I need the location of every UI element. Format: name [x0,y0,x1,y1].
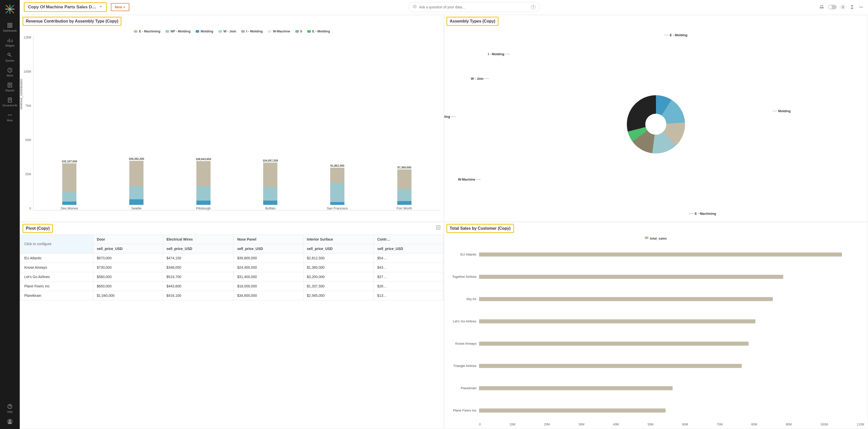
search-input[interactable] [419,5,529,9]
x-axis: 010M20M30M40M50M60M70M80M90M100M110M [479,423,864,426]
svg-point-17 [415,6,416,7]
sidebar-item-reports[interactable]: Reports [0,80,20,94]
export-excel-icon[interactable] [436,225,441,231]
svg-rect-1 [10,23,12,25]
help-icon [7,403,13,409]
sidebar-item-label: Queries [5,59,14,62]
sidebar-item-label: Help [7,410,13,413]
chart-legend: E - MachiningNP - MoldingMoldingW - Join… [24,29,440,33]
menu-icon[interactable] [858,4,864,10]
sidebar-item-label: Dashboards [3,29,17,32]
sidebar-item-document-ai[interactable]: Document AI [0,95,20,109]
sidebar-item-widgets[interactable]: Widgets [0,35,20,49]
grid-icon [7,22,13,28]
svg-point-18 [842,7,844,8]
filter-icon[interactable] [849,4,855,10]
svg-rect-2 [8,26,9,27]
ai-icon [412,4,417,10]
sidebar-item-label: Reports [5,89,14,92]
bars-area: 102,107,650Des Moines108,382,200Seattle1… [33,36,440,210]
svg-point-4 [8,53,10,55]
sidebar-item-queries[interactable]: Queries [0,50,20,64]
legend-label: total_sales [650,236,667,240]
svg-rect-0 [8,23,9,25]
sidebar-item-label: Alerts [7,74,13,77]
panel-title: Total Sales by Customer (Copy) [446,224,514,233]
svg-point-9 [8,114,9,115]
svg-point-21 [862,7,863,7]
sidebar-item-user[interactable] [0,416,20,426]
gear-icon[interactable] [840,4,846,10]
panel-assembly: Assembly Types (Copy) MoldingE - Machini… [444,15,867,222]
y-axis: revenue_contribution 125M100M75M50M25M0 [24,36,33,210]
alert-icon [7,67,13,73]
svg-point-14 [9,420,11,422]
chart-legend: total_sales [447,236,864,240]
panel-title: Pivot (Copy) [23,224,53,233]
svg-point-10 [9,114,10,115]
dashboard-title-dropdown[interactable]: Copy Of Machine Parts Sales Dashbo… [24,2,107,12]
sidebar-item-label: Widgets [5,44,14,47]
svg-point-20 [861,7,861,7]
topbar: Copy Of Machine Parts Sales Dashbo… New … [20,0,868,15]
search-help-icon[interactable]: ? [531,5,535,9]
sidebar-item-help[interactable]: Help [0,401,20,415]
app-logo [5,4,15,14]
incognito-icon[interactable] [819,4,825,10]
sidebar-item-label: More [7,119,13,122]
svg-rect-3 [10,26,12,27]
y-axis-label: revenue_contribution [21,79,23,109]
bar-chart-icon [7,37,13,43]
svg-point-16 [414,6,414,7]
panel-title: Revenue Contribution by Assembly Type (C… [23,17,121,26]
dashboard-title: Copy Of Machine Parts Sales Dashbo… [28,5,96,10]
pivot-table[interactable]: Click to configureDoorElectrical WiresNo… [21,234,443,301]
view-toggle[interactable] [828,5,837,9]
svg-point-19 [859,7,860,7]
chevron-down-icon [99,5,102,9]
panel-pivot: Pivot (Copy) Click to configureDoorElect… [20,222,444,429]
sidebar-item-more[interactable]: More [0,110,20,124]
sidebar: Dashboards Widgets Queries Alerts Report… [0,0,20,429]
svg-point-8 [9,99,10,100]
sidebar-item-label: Document AI [3,104,17,107]
panel-sales: Total Sales by Customer (Copy) total_sal… [444,222,867,429]
panel-revenue: Revenue Contribution by Assembly Type (C… [20,15,444,222]
donut-chart: MoldingE - MachiningW-MachineNP - Moldin… [447,29,864,219]
doc-icon [7,97,13,103]
more-icon [7,112,13,118]
svg-point-11 [11,114,12,115]
hbar-area: EU AtlanticTogether AirlinesSky AirLet's… [447,244,864,422]
panel-title: Assembly Types (Copy) [446,17,499,26]
report-icon [7,82,13,88]
svg-point-15 [413,5,416,8]
user-icon [7,418,13,424]
search-input-wrap[interactable]: ? [408,2,540,12]
sidebar-item-dashboards[interactable]: Dashboards [0,20,20,34]
new-button[interactable]: New + [111,3,129,11]
sidebar-item-alerts[interactable]: Alerts [0,65,20,79]
query-icon [7,52,13,58]
